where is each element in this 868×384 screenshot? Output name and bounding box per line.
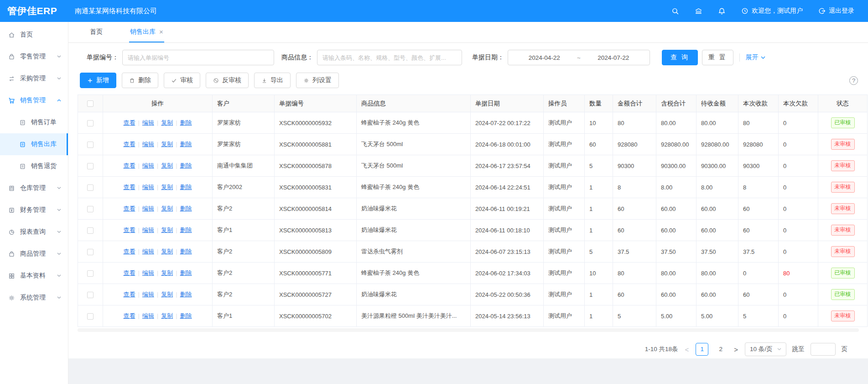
- row-checkbox[interactable]: [87, 163, 94, 169]
- row-checkbox[interactable]: [87, 120, 94, 126]
- sidebar-item-sales-order[interactable]: 销售订单: [0, 111, 68, 133]
- sidebar-item-warehouse-management[interactable]: 仓库管理: [0, 177, 68, 199]
- add-button[interactable]: 新增: [80, 73, 116, 88]
- row-action-copy[interactable]: 复制: [161, 119, 173, 126]
- export-button[interactable]: 导出: [254, 73, 291, 88]
- column-settings-button[interactable]: 列设置: [296, 73, 339, 88]
- row-action-copy[interactable]: 复制: [161, 205, 173, 212]
- help-icon[interactable]: ?: [849, 76, 858, 85]
- row-action-edit[interactable]: 编辑: [142, 226, 154, 233]
- action-separator: |: [176, 226, 177, 233]
- tab-sales-outbound[interactable]: 销售出库 ×: [129, 22, 164, 42]
- row-action-view[interactable]: 查看: [123, 291, 135, 298]
- row-checkbox[interactable]: [87, 249, 94, 255]
- row-checkbox[interactable]: [87, 313, 94, 320]
- unaudit-button[interactable]: 反审核: [206, 73, 249, 88]
- row-action-delete[interactable]: 删除: [180, 226, 192, 233]
- prev-page-button[interactable]: <: [684, 346, 690, 353]
- row-action-edit[interactable]: 编辑: [142, 291, 154, 298]
- search-button[interactable]: 查 询: [662, 50, 698, 65]
- bill-no-input[interactable]: [122, 50, 274, 65]
- date-range-picker[interactable]: 2024-04-22 ~ 2024-07-22: [508, 50, 650, 65]
- row-action-view[interactable]: 查看: [123, 119, 135, 126]
- select-all-checkbox[interactable]: [87, 100, 94, 107]
- welcome-user[interactable]: 欢迎您，测试用户: [741, 7, 803, 15]
- sidebar-item-finance-management[interactable]: 财务管理: [0, 199, 68, 221]
- row-action-view[interactable]: 查看: [123, 205, 135, 212]
- building-icon[interactable]: [695, 7, 702, 15]
- bell-icon[interactable]: [718, 7, 726, 15]
- row-action-edit[interactable]: 编辑: [142, 205, 154, 212]
- sidebar-item-basic-data[interactable]: 基本资料: [0, 265, 68, 287]
- row-action-copy[interactable]: 复制: [161, 141, 173, 147]
- cell-received: 0: [738, 263, 779, 284]
- page-number-2[interactable]: 2: [714, 343, 727, 356]
- row-action-edit[interactable]: 编辑: [142, 141, 154, 147]
- row-action-delete[interactable]: 删除: [180, 248, 192, 255]
- delete-button[interactable]: 删除: [122, 73, 158, 88]
- row-action-copy[interactable]: 复制: [161, 291, 173, 298]
- horizontal-scrollbar[interactable]: [78, 328, 859, 332]
- row-action-view[interactable]: 查看: [123, 269, 135, 276]
- row-action-copy[interactable]: 复制: [161, 269, 173, 276]
- app-logo[interactable]: 管伊佳ERP: [0, 5, 68, 17]
- row-action-view[interactable]: 查看: [123, 141, 135, 147]
- expand-link[interactable]: 展开: [746, 53, 765, 62]
- row-checkbox[interactable]: [87, 292, 94, 298]
- reset-button[interactable]: 重 置: [702, 50, 733, 65]
- sidebar-item-goods-management[interactable]: 商品管理: [0, 243, 68, 265]
- row-action-delete[interactable]: 删除: [180, 119, 192, 126]
- row-action-delete[interactable]: 删除: [180, 162, 192, 169]
- row-checkbox[interactable]: [87, 184, 94, 191]
- row-action-edit[interactable]: 编辑: [142, 119, 154, 126]
- col-receivable: 待收金额: [696, 95, 738, 112]
- sidebar-item-sales-outbound[interactable]: 销售出库: [0, 133, 68, 155]
- page-number-1[interactable]: 1: [696, 343, 708, 356]
- logout-button[interactable]: 退出登录: [818, 7, 854, 15]
- sidebar-item-report-query[interactable]: 报表查询: [0, 221, 68, 243]
- page-size-select[interactable]: 10 条/页: [745, 342, 786, 356]
- row-action-copy[interactable]: 复制: [161, 312, 173, 319]
- row-action-copy[interactable]: 复制: [161, 226, 173, 233]
- row-checkbox[interactable]: [87, 270, 94, 277]
- row-action-edit[interactable]: 编辑: [142, 312, 154, 319]
- row-action-copy[interactable]: 复制: [161, 162, 173, 169]
- row-action-view[interactable]: 查看: [123, 184, 135, 190]
- jump-page-input[interactable]: [811, 343, 836, 356]
- next-page-button[interactable]: >: [733, 346, 739, 353]
- sidebar-item-system-management[interactable]: 系统管理: [0, 287, 68, 309]
- row-action-view[interactable]: 查看: [123, 248, 135, 255]
- row-action-delete[interactable]: 删除: [180, 184, 192, 190]
- cell-actions: 查看|编辑|复制|删除: [103, 198, 213, 220]
- sidebar-group-sales-management[interactable]: 销售管理: [0, 89, 68, 111]
- row-action-view[interactable]: 查看: [123, 162, 135, 169]
- sidebar-item-sales-return[interactable]: 销售退货: [0, 155, 68, 177]
- cell-tax-total: 80.00: [656, 263, 696, 284]
- audit-button[interactable]: 审核: [164, 73, 200, 88]
- sidebar-item-purchase-management[interactable]: 采购管理: [0, 68, 68, 89]
- row-action-delete[interactable]: 删除: [180, 141, 192, 147]
- sidebar-item-home[interactable]: 首页: [0, 24, 68, 46]
- row-action-view[interactable]: 查看: [123, 312, 135, 319]
- row-checkbox[interactable]: [87, 227, 94, 234]
- row-checkbox[interactable]: [87, 206, 94, 212]
- row-checkbox[interactable]: [87, 142, 94, 148]
- tab-home[interactable]: 首页: [89, 22, 104, 42]
- search-icon[interactable]: [671, 7, 679, 15]
- row-action-delete[interactable]: 删除: [180, 205, 192, 212]
- row-action-edit[interactable]: 编辑: [142, 184, 154, 190]
- row-action-edit[interactable]: 编辑: [142, 269, 154, 276]
- row-action-delete[interactable]: 删除: [180, 312, 192, 319]
- row-action-delete[interactable]: 删除: [180, 269, 192, 276]
- row-action-edit[interactable]: 编辑: [142, 248, 154, 255]
- product-info-input[interactable]: [317, 50, 462, 65]
- row-action-edit[interactable]: 编辑: [142, 162, 154, 169]
- row-action-delete[interactable]: 删除: [180, 291, 192, 298]
- row-action-copy[interactable]: 复制: [161, 184, 173, 190]
- close-icon[interactable]: ×: [159, 28, 163, 35]
- cell-date: 2024-06-11 00:18:10: [471, 220, 544, 241]
- row-action-copy[interactable]: 复制: [161, 248, 173, 255]
- row-action-view[interactable]: 查看: [123, 226, 135, 233]
- sidebar-item-retail-management[interactable]: 零售管理: [0, 46, 68, 68]
- cell-customer: 南通中集集团: [213, 155, 275, 177]
